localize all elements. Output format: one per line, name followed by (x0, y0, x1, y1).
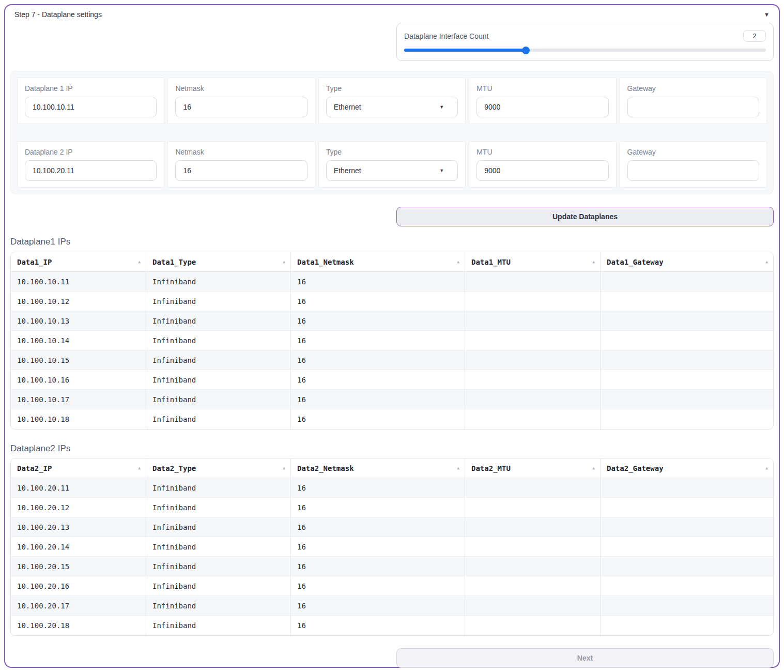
table-cell[interactable] (465, 517, 600, 537)
slider-thumb[interactable] (522, 47, 530, 54)
table-cell[interactable] (600, 311, 773, 331)
table-cell[interactable] (465, 311, 600, 331)
table-cell[interactable] (465, 409, 600, 429)
table-cell[interactable] (465, 616, 600, 635)
table-cell[interactable]: 16 (290, 557, 465, 576)
table-cell[interactable]: 10.100.10.13 (11, 311, 146, 331)
table-cell[interactable]: 10.100.10.11 (11, 272, 146, 292)
table-cell[interactable]: 10.100.10.18 (11, 409, 146, 429)
table-cell[interactable] (600, 498, 773, 517)
table-cell[interactable] (600, 557, 773, 576)
type-select[interactable]: Ethernet▼ (326, 97, 458, 117)
table-cell[interactable]: Infiniband (146, 478, 290, 498)
column-header-data1-type[interactable]: Data1_Type▲ (146, 252, 290, 272)
table-cell[interactable]: Infiniband (146, 517, 290, 537)
table-cell[interactable]: 10.100.20.11 (11, 478, 146, 498)
table-cell[interactable]: 10.100.20.17 (11, 596, 146, 616)
table-cell[interactable] (465, 478, 600, 498)
column-header-data1-gateway[interactable]: Data1_Gateway▲ (600, 252, 773, 272)
collapse-icon[interactable]: ▼ (764, 10, 770, 19)
table-cell[interactable]: 16 (290, 292, 465, 311)
table-cell[interactable] (600, 576, 773, 596)
table-cell[interactable] (600, 370, 773, 390)
table-cell[interactable]: 10.100.20.16 (11, 576, 146, 596)
table-cell[interactable]: Infiniband (146, 498, 290, 517)
table-cell[interactable]: 16 (290, 596, 465, 616)
table-cell[interactable] (600, 537, 773, 557)
table-cell[interactable] (465, 557, 600, 576)
column-header-data2-mtu[interactable]: Data2_MTU▲ (465, 459, 600, 478)
table-cell[interactable] (465, 498, 600, 517)
table-cell[interactable] (465, 537, 600, 557)
table-cell[interactable] (600, 272, 773, 292)
table-cell[interactable] (600, 390, 773, 409)
table-cell[interactable] (465, 596, 600, 616)
table-cell[interactable]: 16 (290, 272, 465, 292)
table-cell[interactable]: Infiniband (146, 331, 290, 350)
table-cell[interactable]: 10.100.10.15 (11, 350, 146, 370)
netmask-input[interactable] (175, 97, 307, 117)
table-cell[interactable] (600, 331, 773, 350)
dataplane-1-ip-input[interactable] (25, 97, 157, 117)
table-cell[interactable] (600, 409, 773, 429)
table-cell[interactable]: Infiniband (146, 370, 290, 390)
table-cell[interactable] (600, 350, 773, 370)
table-cell[interactable]: 16 (290, 331, 465, 350)
table-cell[interactable]: Infiniband (146, 409, 290, 429)
mtu-input[interactable] (476, 97, 608, 117)
gateway-input[interactable] (627, 160, 759, 181)
table-cell[interactable]: Infiniband (146, 557, 290, 576)
table-cell[interactable]: 10.100.10.17 (11, 390, 146, 409)
table-cell[interactable]: Infiniband (146, 537, 290, 557)
table-cell[interactable] (465, 390, 600, 409)
table-cell[interactable] (465, 272, 600, 292)
table-cell[interactable]: Infiniband (146, 576, 290, 596)
table-cell[interactable]: 16 (290, 537, 465, 557)
table-cell[interactable] (465, 331, 600, 350)
type-select[interactable]: Ethernet▼ (326, 160, 458, 181)
table-cell[interactable] (600, 596, 773, 616)
netmask-input[interactable] (175, 160, 307, 181)
table-cell[interactable]: Infiniband (146, 616, 290, 635)
column-header-data1-netmask[interactable]: Data1_Netmask▲ (290, 252, 465, 272)
gateway-input[interactable] (627, 97, 759, 117)
table-cell[interactable]: 16 (290, 409, 465, 429)
table-cell[interactable]: 10.100.20.12 (11, 498, 146, 517)
table-cell[interactable]: 10.100.20.14 (11, 537, 146, 557)
table-cell[interactable]: Infiniband (146, 390, 290, 409)
table-cell[interactable]: 10.100.20.15 (11, 557, 146, 576)
table-cell[interactable]: 16 (290, 390, 465, 409)
table-cell[interactable]: 16 (290, 370, 465, 390)
table-cell[interactable]: 10.100.20.18 (11, 616, 146, 635)
column-header-data2-netmask[interactable]: Data2_Netmask▲ (290, 459, 465, 478)
interface-count-slider[interactable] (404, 49, 766, 52)
table-cell[interactable]: 16 (290, 498, 465, 517)
column-header-data2-type[interactable]: Data2_Type▲ (146, 459, 290, 478)
column-header-data1-mtu[interactable]: Data1_MTU▲ (465, 252, 600, 272)
table-cell[interactable] (600, 292, 773, 311)
table-cell[interactable] (600, 616, 773, 635)
table-cell[interactable]: 10.100.10.14 (11, 331, 146, 350)
table-cell[interactable] (465, 292, 600, 311)
mtu-input[interactable] (476, 160, 608, 181)
table-cell[interactable]: Infiniband (146, 596, 290, 616)
table-cell[interactable]: 10.100.10.12 (11, 292, 146, 311)
table-cell[interactable] (600, 517, 773, 537)
table-cell[interactable]: 16 (290, 311, 465, 331)
slider-value-box[interactable]: 2 (743, 30, 766, 42)
table-cell[interactable]: Infiniband (146, 350, 290, 370)
dataplane-2-ip-input[interactable] (25, 160, 157, 181)
table-cell[interactable]: Infiniband (146, 311, 290, 331)
table-cell[interactable] (465, 370, 600, 390)
table-cell[interactable]: 10.100.20.13 (11, 517, 146, 537)
table-cell[interactable] (465, 576, 600, 596)
table-cell[interactable]: 16 (290, 478, 465, 498)
table-cell[interactable]: Infiniband (146, 272, 290, 292)
table-cell[interactable]: 10.100.10.16 (11, 370, 146, 390)
table-cell[interactable]: 16 (290, 616, 465, 635)
column-header-data2-ip[interactable]: Data2_IP▲ (11, 459, 146, 478)
next-button[interactable]: Next (396, 648, 774, 668)
table-cell[interactable] (465, 350, 600, 370)
table-cell[interactable]: Infiniband (146, 292, 290, 311)
table-cell[interactable]: 16 (290, 576, 465, 596)
